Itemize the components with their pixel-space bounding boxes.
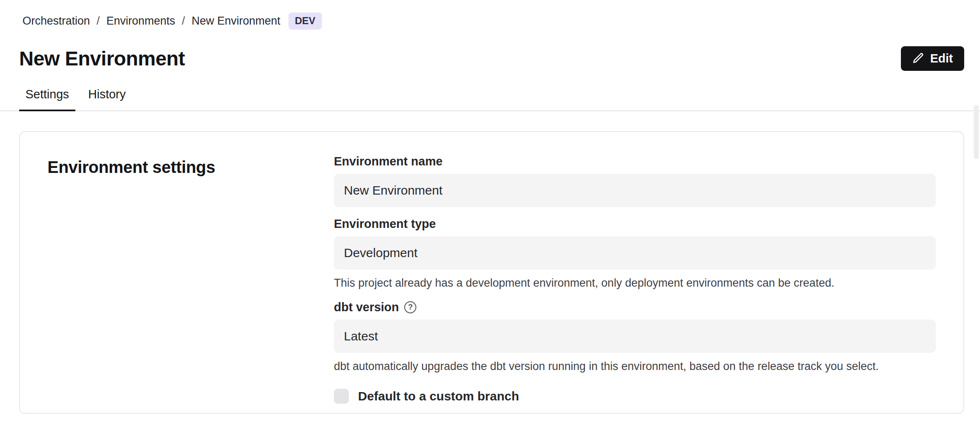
dbt-version-helper-text: dbt automatically upgrades the dbt versi…	[334, 359, 936, 374]
page: Orchestration / Environments / New Envir…	[0, 0, 980, 414]
environment-type-input[interactable]: Development	[334, 236, 936, 270]
environment-dev-badge: DEV	[289, 12, 321, 30]
environment-name-label-text: Environment name	[334, 155, 443, 168]
dbt-version-label: dbt version ?	[334, 300, 936, 314]
page-header: New Environment Edit	[19, 46, 964, 71]
breadcrumb-current-page: New Environment	[192, 15, 280, 28]
dbt-version-input[interactable]: Latest	[334, 320, 936, 353]
tab-bar-divider	[0, 110, 980, 111]
tab-history[interactable]: History	[82, 84, 132, 111]
breadcrumb-separator: /	[97, 15, 100, 28]
environment-type-field: Environment type Development This projec…	[334, 217, 936, 290]
environment-type-helper-text: This project already has a development e…	[334, 276, 936, 290]
edit-button[interactable]: Edit	[901, 46, 964, 71]
tab-settings[interactable]: Settings	[19, 84, 75, 111]
dbt-version-field: dbt version ? Latest dbt automatically u…	[334, 300, 936, 374]
environment-settings-card: Environment settings Environment name Ne…	[19, 131, 964, 414]
environment-type-label: Environment type	[334, 217, 936, 231]
environment-name-label: Environment name	[334, 155, 936, 168]
environment-name-field: Environment name New Environment	[334, 155, 936, 207]
scrollbar-thumb[interactable]	[974, 105, 979, 159]
custom-branch-label: Default to a custom branch	[358, 389, 519, 403]
help-icon[interactable]: ?	[404, 301, 416, 313]
breadcrumb: Orchestration / Environments / New Envir…	[19, 12, 964, 30]
environment-settings-form: Environment name New Environment Environ…	[334, 155, 936, 388]
tab-bar: Settings History	[19, 84, 964, 111]
edit-button-label: Edit	[930, 52, 953, 65]
environment-type-label-text: Environment type	[334, 217, 436, 231]
dbt-version-label-text: dbt version	[334, 300, 399, 314]
breadcrumb-orchestration[interactable]: Orchestration	[22, 15, 90, 28]
environment-name-input[interactable]: New Environment	[334, 174, 936, 207]
pencil-icon	[912, 52, 925, 65]
section-title: Environment settings	[47, 158, 334, 177]
custom-branch-checkbox[interactable]	[334, 389, 349, 404]
breadcrumb-environments[interactable]: Environments	[107, 15, 175, 28]
page-title: New Environment	[19, 47, 185, 70]
breadcrumb-separator: /	[182, 15, 185, 28]
card-left-column: Environment settings	[47, 155, 334, 388]
custom-branch-row: Default to a custom branch	[334, 389, 936, 404]
